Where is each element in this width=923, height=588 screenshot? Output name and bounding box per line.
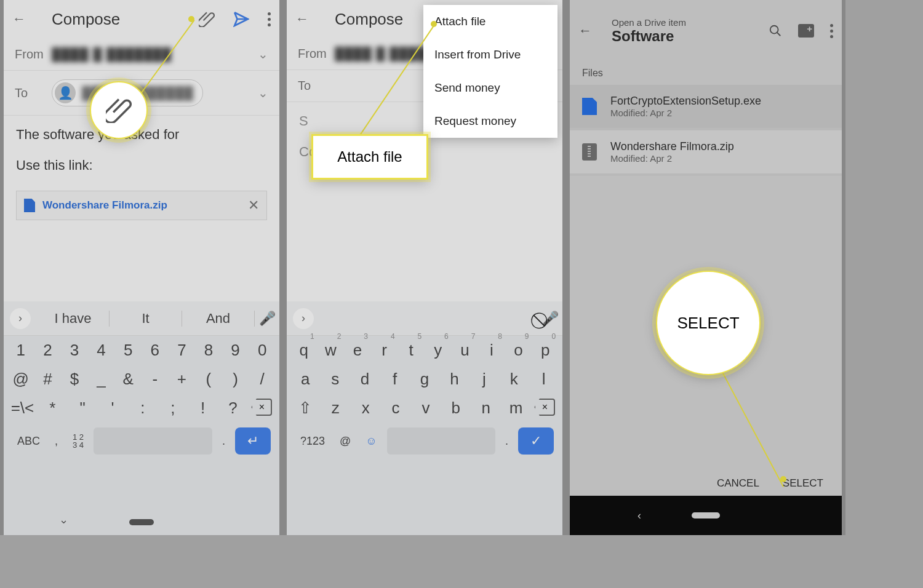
key[interactable]: k (502, 370, 525, 389)
key[interactable]: - (143, 370, 167, 389)
backspace-key[interactable]: × (251, 399, 272, 416)
attach-icon[interactable] (199, 11, 215, 27)
key[interactable]: : (131, 399, 154, 418)
key[interactable]: =\< (10, 399, 34, 418)
key[interactable]: m (505, 399, 528, 418)
key[interactable]: 5 (116, 341, 140, 360)
key[interactable]: 0 (250, 341, 274, 360)
key[interactable]: w2 (319, 341, 342, 360)
key[interactable]: u7 (453, 341, 476, 360)
key[interactable]: d (353, 370, 377, 389)
nav-back-icon[interactable]: ‹ (637, 509, 641, 522)
key[interactable]: ( (197, 370, 220, 389)
key[interactable]: _ (90, 370, 113, 389)
back-icon[interactable]: ← (295, 11, 314, 27)
key[interactable]: 8 (197, 341, 220, 360)
search-icon[interactable] (769, 24, 782, 38)
done-key[interactable]: ✓ (518, 427, 554, 455)
key[interactable]: v (414, 399, 438, 418)
key[interactable]: @ (9, 370, 33, 389)
nav-down-icon[interactable]: ⌄ (59, 513, 68, 526)
back-icon[interactable]: ← (578, 23, 597, 39)
key[interactable]: x (354, 399, 377, 418)
compose-title: Compose (52, 10, 199, 29)
cancel-button[interactable]: CANCEL (717, 477, 759, 490)
key[interactable]: " (71, 399, 94, 418)
key[interactable]: e3 (346, 341, 369, 360)
keyboard[interactable]: › 🎤⃠ q1w2e3r4t5y6u7i8o9p0 asdfghjkl ⇧zxc… (287, 301, 562, 535)
key[interactable]: j (473, 370, 496, 389)
key[interactable]: l (532, 370, 556, 389)
key[interactable]: * (41, 399, 64, 418)
key[interactable]: s (324, 370, 347, 389)
key[interactable]: q1 (292, 341, 316, 360)
shift-key[interactable]: ⇧ (294, 399, 317, 418)
key[interactable]: 6 (143, 341, 167, 360)
key[interactable]: h (442, 370, 466, 389)
attachment-chip[interactable]: Wondershare Filmora.zip ✕ (16, 191, 267, 220)
from-expand-icon[interactable]: ⌄ (258, 47, 268, 62)
svg-point-0 (770, 26, 778, 34)
key[interactable]: c (384, 399, 407, 418)
file-row[interactable]: Wondershare Filmora.zip Modified: Apr 2 (570, 130, 842, 176)
key[interactable]: y6 (426, 341, 450, 360)
key[interactable]: $ (63, 370, 86, 389)
key[interactable]: ? (222, 399, 245, 418)
key[interactable]: g (413, 370, 436, 389)
mic-off-icon[interactable]: 🎤⃠ (538, 311, 562, 327)
file-row[interactable]: FortCryptoExtensionSetup.exe Modified: A… (570, 85, 842, 130)
suggestion-toggle-icon[interactable]: › (293, 308, 314, 329)
key[interactable]: 4 (90, 341, 113, 360)
menu-request-money[interactable]: Request money (423, 105, 557, 138)
select-button[interactable]: SELECT (783, 477, 823, 490)
key[interactable]: ) (224, 370, 247, 389)
key[interactable]: r4 (373, 341, 396, 360)
mic-icon[interactable]: 🎤 (255, 311, 279, 327)
key[interactable]: p0 (533, 341, 557, 360)
key[interactable]: & (116, 370, 140, 389)
to-expand-icon[interactable]: ⌄ (258, 85, 268, 100)
key[interactable]: t5 (399, 341, 423, 360)
key[interactable]: 7 (170, 341, 193, 360)
backspace-key[interactable]: × (534, 399, 555, 416)
file-icon (24, 199, 35, 212)
key[interactable]: a (294, 370, 317, 389)
menu-attach-file[interactable]: Attach file (423, 5, 557, 38)
enter-key[interactable]: ↵ (235, 427, 271, 455)
key[interactable]: i8 (480, 341, 503, 360)
body-input[interactable]: Use this link: (4, 149, 279, 182)
key[interactable]: ! (191, 399, 215, 418)
key[interactable]: o9 (507, 341, 530, 360)
nav-pill[interactable] (692, 512, 720, 518)
menu-insert-drive[interactable]: Insert from Drive (423, 38, 557, 71)
key[interactable]: f (383, 370, 407, 389)
key[interactable]: b (444, 399, 468, 418)
new-folder-icon[interactable] (798, 24, 814, 38)
avatar-icon: 👤 (55, 82, 76, 103)
from-label: From (15, 47, 52, 62)
emoji-icon[interactable]: ☺ (361, 435, 382, 448)
send-icon[interactable] (233, 11, 249, 27)
key[interactable]: 3 (63, 341, 86, 360)
menu-send-money[interactable]: Send money (423, 71, 557, 105)
spacebar[interactable] (387, 427, 495, 455)
back-icon[interactable]: ← (12, 11, 31, 27)
key[interactable]: n (474, 399, 498, 418)
key[interactable]: # (36, 370, 59, 389)
files-section: Files (570, 62, 842, 85)
overflow-icon[interactable] (268, 12, 271, 26)
keyboard[interactable]: › I have It And 🎤 1234567890 @#$_&-+()/ … (4, 301, 279, 535)
key[interactable]: 9 (224, 341, 247, 360)
key[interactable]: 2 (36, 341, 59, 360)
overflow-icon[interactable] (830, 24, 833, 38)
key[interactable]: ' (101, 399, 124, 418)
key[interactable]: ; (161, 399, 185, 418)
remove-attachment-icon[interactable]: ✕ (248, 197, 259, 213)
nav-pill[interactable] (129, 519, 154, 525)
suggestion-toggle-icon[interactable]: › (10, 308, 31, 329)
key[interactable]: z (324, 399, 347, 418)
key[interactable]: + (170, 370, 193, 389)
spacebar[interactable] (94, 427, 212, 455)
key[interactable]: / (250, 370, 274, 389)
key[interactable]: 1 (9, 341, 33, 360)
